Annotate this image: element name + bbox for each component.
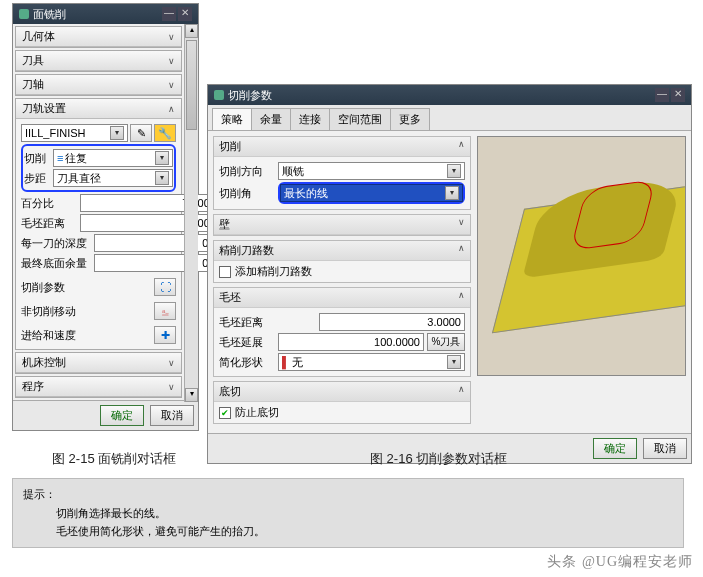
path-settings-section: 刀轨设置 ∧ IILL_FINISH ▾ ✎ 🔧 切削 ≡ bbox=[15, 98, 182, 350]
depth-per-label: 每一刀的深度 bbox=[21, 236, 91, 251]
chevron-down-icon: ▾ bbox=[155, 151, 169, 165]
chevron-down-icon: ▾ bbox=[447, 164, 461, 178]
dialog-icon bbox=[214, 90, 224, 100]
bottom-stock-label: 最终底面余量 bbox=[21, 256, 91, 271]
tab-strategy[interactable]: 策略 bbox=[212, 108, 252, 130]
axis-section: 刀轴 ∨ bbox=[15, 74, 182, 96]
dialog-icon bbox=[19, 9, 29, 19]
blank-ext-unit[interactable]: %刀具 bbox=[427, 333, 465, 351]
cancel-button[interactable]: 取消 bbox=[643, 438, 687, 459]
minimize-icon[interactable]: — bbox=[655, 88, 669, 102]
figure-caption-216: 图 2-16 切削参数对话框 bbox=[370, 450, 507, 468]
add-finish-checkbox[interactable]: 添加精削刀路数 bbox=[219, 264, 465, 279]
percent-label: 百分比 bbox=[21, 196, 77, 211]
program-section: 程序 ∨ bbox=[15, 376, 182, 398]
stepover-label: 步距 bbox=[24, 171, 50, 186]
chevron-up-icon: ∧ bbox=[458, 290, 465, 305]
mc-control-header[interactable]: 机床控制 ∨ bbox=[16, 353, 181, 373]
bottom-group: 底切∧ ✔ 防止底切 bbox=[213, 381, 471, 424]
mc-control-section: 机床控制 ∨ bbox=[15, 352, 182, 374]
stepover-dropdown[interactable]: 刀具直径 ▾ bbox=[53, 169, 173, 187]
cut-pattern-dropdown[interactable]: ≡ 往复 ▾ bbox=[53, 149, 173, 167]
figure-caption-215: 图 2-15 面铣削对话框 bbox=[52, 450, 176, 468]
checkbox-icon bbox=[219, 266, 231, 278]
chevron-up-icon: ∧ bbox=[458, 384, 465, 399]
geometry-section: 几何体 ∨ bbox=[15, 26, 182, 48]
preview-3d[interactable] bbox=[477, 136, 686, 376]
method-wrench-icon[interactable]: 🔧 bbox=[154, 124, 176, 142]
wall-header[interactable]: 壁∨ bbox=[214, 215, 470, 235]
finish-group: 精削刀路数∧ 添加精削刀路数 bbox=[213, 240, 471, 283]
geometry-header[interactable]: 几何体 ∨ bbox=[16, 27, 181, 47]
tab-more[interactable]: 更多 bbox=[390, 108, 430, 130]
chevron-down-icon: ▾ bbox=[155, 171, 169, 185]
chevron-down-icon: ▾ bbox=[447, 355, 461, 369]
none-icon: ▌ bbox=[282, 356, 290, 368]
chevron-down-icon: ∨ bbox=[168, 32, 175, 42]
blank-ext-input[interactable] bbox=[278, 333, 424, 351]
method-dropdown[interactable]: IILL_FINISH ▾ bbox=[21, 124, 128, 142]
chevron-down-icon: ∨ bbox=[168, 80, 175, 90]
scrollbar[interactable]: ▴ ▾ bbox=[184, 24, 198, 402]
close-icon[interactable]: ✕ bbox=[178, 7, 192, 21]
chevron-down-icon: ▾ bbox=[445, 186, 459, 200]
prevent-undercut-checkbox[interactable]: ✔ 防止底切 bbox=[219, 405, 465, 420]
cut-params-icon[interactable]: ⛶ bbox=[154, 278, 176, 296]
simplify-label: 简化形状 bbox=[219, 355, 275, 370]
titlebar[interactable]: 面铣削 — ✕ bbox=[13, 4, 198, 24]
tab-stock[interactable]: 余量 bbox=[251, 108, 291, 130]
cut-params-dialog: 切削参数 — ✕ 策略 余量 连接 空间范围 更多 切削∧ 切削方向 顺铣 ▾ bbox=[207, 84, 692, 464]
zigzag-icon: ≡ bbox=[57, 152, 63, 164]
tool-header[interactable]: 刀具 ∨ bbox=[16, 51, 181, 71]
ok-button[interactable]: 确定 bbox=[593, 438, 637, 459]
cut-dir-dropdown[interactable]: 顺铣 ▾ bbox=[278, 162, 465, 180]
noncut-icon[interactable]: ⎁ bbox=[154, 302, 176, 320]
program-header[interactable]: 程序 ∨ bbox=[16, 377, 181, 397]
axis-header[interactable]: 刀轴 ∨ bbox=[16, 75, 181, 95]
checkbox-checked-icon: ✔ bbox=[219, 407, 231, 419]
chevron-down-icon: ▾ bbox=[110, 126, 124, 140]
tip-line-2: 毛坯使用简化形状，避免可能产生的抬刀。 bbox=[23, 522, 673, 541]
blank-dist-input[interactable] bbox=[319, 313, 465, 331]
chevron-up-icon: ∧ bbox=[458, 139, 465, 154]
blank-group: 毛坯∧ 毛坯距离 毛坯延展 %刀具 简化形状 ▌ bbox=[213, 287, 471, 377]
chevron-down-icon: ∨ bbox=[458, 217, 465, 232]
blank-dist-input[interactable] bbox=[80, 214, 226, 232]
tip-header: 提示： bbox=[23, 485, 673, 504]
minimize-icon[interactable]: — bbox=[162, 7, 176, 21]
ok-button[interactable]: 确定 bbox=[100, 405, 144, 426]
cut-dir-label: 切削方向 bbox=[219, 164, 275, 179]
chevron-down-icon: ∨ bbox=[168, 358, 175, 368]
cut-group: 切削∧ 切削方向 顺铣 ▾ 切削角 最长的线 bbox=[213, 136, 471, 210]
titlebar[interactable]: 切削参数 — ✕ bbox=[208, 85, 691, 105]
scroll-up-icon[interactable]: ▴ bbox=[185, 24, 198, 38]
chevron-down-icon: ∨ bbox=[168, 56, 175, 66]
simplify-dropdown[interactable]: ▌ 无 ▾ bbox=[278, 353, 465, 371]
tab-connect[interactable]: 连接 bbox=[290, 108, 330, 130]
scroll-thumb[interactable] bbox=[186, 40, 197, 130]
blank-ext-label: 毛坯延展 bbox=[219, 335, 275, 350]
feed-icon[interactable]: ✚ bbox=[154, 326, 176, 344]
tab-bar: 策略 余量 连接 空间范围 更多 bbox=[208, 105, 691, 131]
method-edit-icon[interactable]: ✎ bbox=[130, 124, 152, 142]
cut-angle-label: 切削角 bbox=[219, 186, 275, 201]
blank-dist-label: 毛坯距离 bbox=[21, 216, 77, 231]
highlight-box: 切削 ≡ 往复 ▾ 步距 刀具直径 ▾ bbox=[21, 144, 176, 192]
cut-params-label: 切削参数 bbox=[21, 280, 77, 295]
cut-angle-dropdown[interactable]: 最长的线 ▾ bbox=[280, 184, 463, 202]
chevron-up-icon: ∧ bbox=[168, 104, 175, 114]
tip-box: 提示： 切削角选择最长的线。 毛坯使用简化形状，避免可能产生的抬刀。 bbox=[12, 478, 684, 548]
wall-group: 壁∨ bbox=[213, 214, 471, 236]
close-icon[interactable]: ✕ bbox=[671, 88, 685, 102]
scroll-down-icon[interactable]: ▾ bbox=[185, 388, 198, 402]
percent-input[interactable] bbox=[80, 194, 226, 212]
tip-line-1: 切削角选择最长的线。 bbox=[23, 504, 673, 523]
watermark: 头条 @UG编程安老师 bbox=[547, 553, 693, 571]
cancel-button[interactable]: 取消 bbox=[150, 405, 194, 426]
dialog-title: 面铣削 bbox=[33, 7, 66, 22]
tab-containment[interactable]: 空间范围 bbox=[329, 108, 391, 130]
noncut-label: 非切削移动 bbox=[21, 304, 77, 319]
path-settings-header[interactable]: 刀轨设置 ∧ bbox=[16, 99, 181, 119]
blank-dist-label: 毛坯距离 bbox=[219, 315, 275, 330]
face-milling-dialog: 面铣削 — ✕ 几何体 ∨ 刀具 ∨ 刀轴 ∨ 刀轨设 bbox=[12, 3, 199, 431]
